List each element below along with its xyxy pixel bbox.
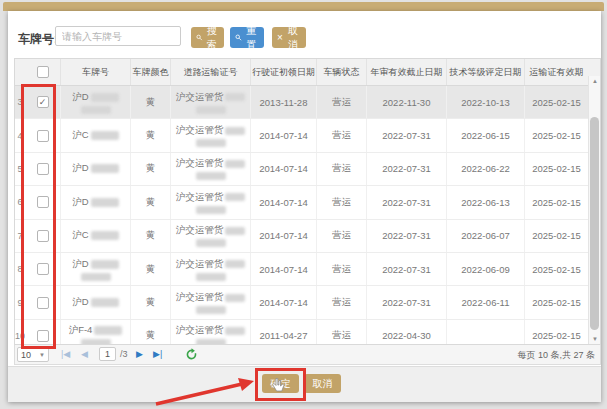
row-number: 9	[15, 286, 25, 318]
reset-button[interactable]: 重置	[230, 27, 264, 48]
annual-deadline-cell: 2022-07-31	[367, 153, 447, 185]
plate-prefix: 沪C	[72, 229, 88, 242]
plate-cell: 沪C	[61, 119, 131, 151]
redacted-cert-line2	[196, 172, 226, 180]
row-checkbox-cell	[25, 186, 61, 218]
page-size-select[interactable]: 10 ▼	[17, 347, 49, 362]
first-page-button[interactable]: |◀	[61, 348, 70, 361]
row-checkbox[interactable]	[37, 163, 49, 175]
cert-cell: 沪交运管货	[171, 220, 251, 252]
tech-grade-date-cell: 2022-10-13	[447, 86, 525, 118]
annual-deadline-cell: 2022-11-30	[367, 86, 447, 118]
redacted-cert	[225, 294, 245, 302]
annual-deadline-cell: 2022-07-31	[367, 253, 447, 285]
table-row[interactable]: 3 沪D 黄 沪交运管货 2013-11-28 营运 2022-11-30 20…	[15, 86, 600, 119]
scroll-up-icon[interactable]: ▲	[589, 76, 601, 86]
refresh-icon[interactable]	[185, 348, 198, 361]
chevron-down-icon: ▼	[39, 352, 45, 358]
redacted-cert-line2	[196, 206, 226, 214]
redacted-cert	[225, 93, 245, 101]
vehicle-table: 车牌号 车牌颜色 道路运输证号 行驶证初领日期 车辆状态 年审有效截止日期 技术…	[14, 58, 601, 345]
status-cell: 营运	[317, 86, 367, 118]
row-checkbox-cell	[25, 320, 61, 345]
row-checkbox[interactable]	[37, 96, 49, 108]
search-button[interactable]: 搜索	[191, 27, 224, 48]
row-checkbox-cell	[25, 286, 61, 318]
redacted-cert	[225, 193, 245, 201]
cert-prefix: 沪交运管货	[176, 258, 224, 271]
page-number-input[interactable]	[99, 347, 116, 361]
plate-color-cell: 黄	[131, 253, 171, 285]
reset-button-label: 重置	[244, 24, 259, 52]
cert-prefix: 沪交运管货	[176, 324, 224, 337]
tech-grade-date-cell: 2022-06-13	[447, 186, 525, 218]
tech-grade-date-cell: 2022-06-09	[447, 253, 525, 285]
issue-date-cell: 2014-07-14	[251, 220, 317, 252]
table-row[interactable]: 4 沪C 黄 沪交运管货 2014-07-14 营运 2022-07-31 20…	[15, 119, 600, 152]
close-icon: ×	[277, 33, 283, 43]
prev-page-button[interactable]: ◀	[81, 348, 88, 361]
validity-cell: 2025-02-15	[525, 220, 588, 252]
annual-deadline-cell: 2022-04-30	[367, 320, 447, 345]
table-row[interactable]: 5 沪D 黄 沪交运管货 2014-07-14 营运 2022-07-31 20…	[15, 153, 600, 186]
plate-prefix: 沪F-4	[69, 324, 93, 337]
validity-cell: 2025-02-15	[525, 153, 588, 185]
header-row-number	[15, 59, 25, 85]
table-body: 3 沪D 黄 沪交运管货 2013-11-28 营运 2022-11-30 20…	[15, 86, 600, 345]
tech-grade-date-cell: 2022-06-15	[447, 119, 525, 151]
row-checkbox[interactable]	[37, 263, 49, 275]
plate-color-cell: 黄	[131, 286, 171, 318]
row-checkbox[interactable]	[37, 196, 49, 208]
redacted-plate	[91, 93, 119, 102]
cert-prefix: 沪交运管货	[176, 91, 224, 104]
plate-cell: 沪D	[61, 153, 131, 185]
status-cell: 营运	[317, 186, 367, 218]
vehicle-select-dialog-page: { "colors": { "titlebar_tan": "#c8ac74",…	[0, 0, 607, 409]
redacted-plate	[91, 231, 119, 240]
page-summary: 每页 10 条,共 27 条	[517, 349, 595, 362]
issue-date-cell: 2014-07-14	[251, 153, 317, 185]
scroll-down-icon[interactable]: ▼	[589, 334, 601, 344]
row-checkbox[interactable]	[37, 130, 49, 142]
table-row[interactable]: 8 沪D 黄 沪交运管货 2014-07-14 营运 2022-07-31 20…	[15, 253, 600, 286]
confirm-button[interactable]: 确定	[262, 374, 299, 393]
plate-prefix: 沪D	[72, 296, 88, 309]
status-cell: 营运	[317, 286, 367, 318]
plate-cell: 沪D	[61, 186, 131, 218]
redacted-cert-line2	[196, 139, 226, 147]
plate-color-cell: 黄	[131, 220, 171, 252]
footer-cancel-button[interactable]: 取消	[304, 374, 341, 393]
plate-color-cell: 黄	[131, 153, 171, 185]
plate-color-cell: 黄	[131, 86, 171, 118]
next-page-button[interactable]: ▶	[136, 348, 143, 361]
plate-prefix: 沪C	[72, 129, 88, 142]
redacted-plate	[91, 260, 119, 269]
vertical-scrollbar[interactable]: ▲ ▼	[588, 76, 600, 344]
annual-deadline-cell: 2022-07-31	[367, 186, 447, 218]
redacted-plate	[91, 131, 119, 140]
select-all-checkbox[interactable]	[37, 66, 49, 78]
redacted-plate	[91, 198, 119, 207]
cancel-search-button[interactable]: × 取消	[272, 27, 306, 48]
plate-cell: 沪D	[61, 86, 131, 118]
table-row[interactable]: 7 沪C 黄 沪交运管货 2014-07-14 营运 2022-07-31 20…	[15, 220, 600, 253]
row-checkbox[interactable]	[37, 297, 49, 309]
issue-date-cell: 2014-07-14	[251, 119, 317, 151]
scrollbar-thumb[interactable]	[590, 117, 599, 330]
status-cell: 营运	[317, 220, 367, 252]
table-row[interactable]: 10 沪F-4 黄 沪交运管货 2011-04-27 营运 2022-04-30…	[15, 320, 600, 345]
plate-cell: 沪D	[61, 253, 131, 285]
table-row[interactable]: 6 沪D 黄 沪交运管货 2014-07-14 营运 2022-07-31 20…	[15, 186, 600, 219]
plate-number-input[interactable]	[55, 26, 181, 46]
cert-cell: 沪交运管货	[171, 253, 251, 285]
row-checkbox-cell	[25, 220, 61, 252]
header-tech-grade-date: 技术等级评定日期	[447, 59, 525, 85]
page-size-value: 10	[21, 350, 31, 360]
table-row[interactable]: 9 沪D 黄 沪交运管货 2014-07-14 营运 2022-07-31 20…	[15, 286, 600, 319]
cancel-button-label: 取消	[285, 24, 301, 52]
tech-grade-date-cell	[447, 320, 525, 345]
row-checkbox[interactable]	[37, 330, 49, 342]
last-page-button[interactable]: ▶|	[153, 348, 162, 361]
row-checkbox[interactable]	[37, 230, 49, 242]
search-icon	[235, 33, 242, 42]
